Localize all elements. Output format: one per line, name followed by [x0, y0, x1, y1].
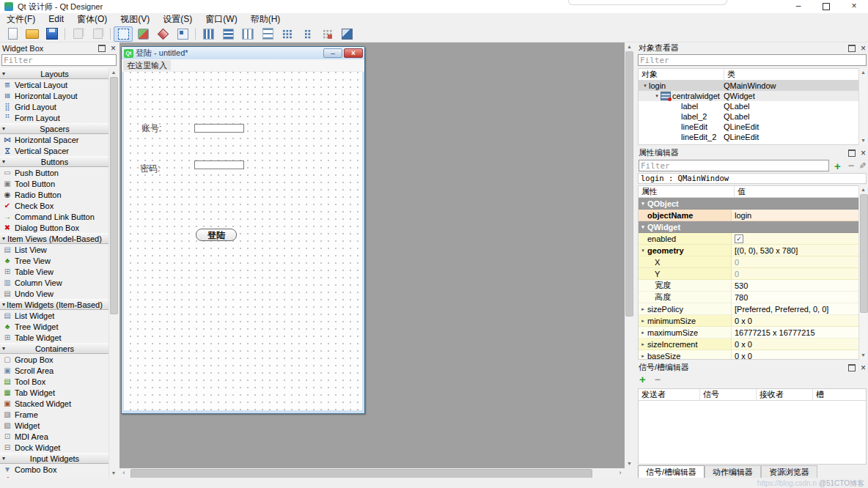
configure-icon[interactable]: ✎: [857, 162, 867, 169]
account-line-edit[interactable]: [194, 124, 244, 133]
widget-box-item-dialog-button-box[interactable]: ✖ Dialog Button Box: [0, 222, 109, 233]
widget-box-item-table-widget[interactable]: ⊞ Table Widget: [0, 332, 109, 343]
widget-box-item-column-view[interactable]: ▥ Column View: [0, 277, 109, 288]
widget-box-item-horizontal-spacer[interactable]: ⋈ Horizontal Spacer: [0, 134, 109, 145]
widget-box-item-widget[interactable]: ▧ Widget: [0, 420, 109, 431]
scroll-down-icon[interactable]: ▼: [859, 136, 867, 145]
property-row-x[interactable]: X 0: [639, 256, 858, 268]
widget-box-category-containers[interactable]: ▾ Containers: [0, 343, 109, 354]
widget-box-item-list-view[interactable]: ▤ List View: [0, 244, 109, 255]
menu-item[interactable]: 设置(S): [156, 13, 199, 26]
mdi-horizontal-scrollbar[interactable]: ‹ ›: [119, 468, 625, 478]
widget-box-item-stacked-widget[interactable]: ▣ Stacked Widget: [0, 398, 109, 409]
column-header[interactable]: 发送者: [639, 389, 700, 400]
close-panel-icon[interactable]: ×: [861, 364, 866, 371]
widget-box-item-tool-box[interactable]: ▤ Tool Box: [0, 376, 109, 387]
property-row-objectname[interactable]: objectName login: [639, 210, 858, 221]
tab-action-editor[interactable]: 动作编辑器: [705, 465, 761, 478]
widget-box-filter-input[interactable]: [1, 54, 117, 66]
scroll-up-icon[interactable]: ▲: [859, 68, 867, 77]
close-button[interactable]: ×: [840, 0, 868, 13]
widget-box-item-table-view[interactable]: ⊞ Table View: [0, 266, 109, 277]
widget-box-item-tree-view[interactable]: ♣ Tree View: [0, 255, 109, 266]
layout-horizontally-button[interactable]: [199, 26, 218, 42]
remove-dynamic-property-icon[interactable]: −: [848, 160, 854, 171]
close-panel-icon[interactable]: ×: [861, 149, 866, 157]
scroll-left-icon[interactable]: ‹: [119, 468, 128, 478]
form-menu-placeholder[interactable]: 在这里输入: [123, 60, 171, 70]
widget-box-scrollbar[interactable]: ▲ ▼: [108, 68, 118, 478]
widget-box-item-dock-widget[interactable]: ⊟ Dock Widget: [0, 442, 109, 453]
edit-signals-slots-button[interactable]: [133, 26, 152, 42]
password-line-edit[interactable]: [194, 160, 244, 169]
object-row-label[interactable]: label QLabel: [639, 101, 858, 111]
scroll-down-icon[interactable]: ▼: [859, 351, 867, 360]
float-panel-icon[interactable]: [98, 45, 106, 52]
layout-vertically-button[interactable]: [218, 26, 238, 42]
close-panel-icon[interactable]: ×: [861, 45, 866, 52]
scroll-right-icon[interactable]: ›: [616, 468, 625, 478]
layout-vertical-splitter-button[interactable]: [258, 26, 277, 42]
widget-box-category-buttons[interactable]: ▾ Buttons: [0, 156, 109, 167]
tab-signal-slot-editor[interactable]: 信号/槽编辑器: [638, 465, 705, 478]
layout-grid-button[interactable]: [278, 26, 297, 42]
widget-box-item-undo-view[interactable]: ▤ Undo View: [0, 288, 109, 299]
object-row-label-2[interactable]: label_2 QLabel: [639, 111, 858, 122]
copy-button[interactable]: [68, 26, 87, 42]
scrollbar-thumb[interactable]: [110, 77, 118, 314]
widget-box-item-check-box[interactable]: ✔ Check Box: [0, 200, 109, 211]
widget-box-item-vertical-spacer[interactable]: ⋈ Vertical Spacer: [0, 145, 109, 156]
scrollbar-thumb[interactable]: [625, 51, 633, 317]
property-group-qobject[interactable]: ▾ QObject: [639, 198, 858, 210]
widget-box-item-vertical-layout[interactable]: ≣ Vertical Layout: [0, 79, 109, 90]
column-header-object[interactable]: 对象: [639, 69, 724, 80]
remove-connection-icon[interactable]: −: [655, 374, 661, 385]
column-header-value[interactable]: 值: [735, 186, 746, 197]
form-window[interactable]: Qt 登陆 - untitled* – × 在这里输入 账号: 密码: 登陆: [121, 46, 365, 414]
menu-item[interactable]: 文件(F): [0, 13, 42, 26]
column-header[interactable]: 接收者: [757, 389, 813, 400]
close-panel-icon[interactable]: ×: [111, 45, 116, 52]
float-panel-icon[interactable]: [848, 45, 856, 52]
property-row-sizeincrement[interactable]: ▸ sizeIncrement 0 x 0: [639, 339, 858, 350]
scroll-up-icon[interactable]: ▲: [109, 68, 118, 77]
widget-box-item-radio-button[interactable]: ◉ Radio Button: [0, 189, 109, 200]
widget-box-item-command-link-button[interactable]: → Command Link Button: [0, 211, 109, 222]
password-label[interactable]: 密码:: [140, 163, 160, 175]
account-label[interactable]: 账号:: [141, 122, 161, 135]
property-editor-scrollbar[interactable]: ▲ ▼: [858, 185, 867, 360]
property-row-y[interactable]: Y 0: [639, 268, 858, 280]
column-header[interactable]: 槽: [813, 389, 866, 400]
object-inspector-scrollbar[interactable]: ▲ ▼: [858, 68, 867, 145]
login-button[interactable]: 登陆: [196, 229, 237, 241]
widget-box-category-item-views[interactable]: ▾ Item Views (Model-Based): [0, 233, 109, 244]
object-row-lineedit-2[interactable]: lineEdit_2 QLineEdit: [639, 132, 858, 142]
column-header-class[interactable]: 类: [724, 69, 735, 80]
widget-box-item-horizontal-layout[interactable]: ≣ Horizontal Layout: [0, 90, 109, 101]
form-canvas[interactable]: 账号: 密码: 登陆: [124, 72, 362, 410]
layout-form-button[interactable]: [298, 26, 317, 42]
menu-item[interactable]: 帮助(H): [244, 13, 287, 26]
column-header[interactable]: 信号: [700, 389, 757, 400]
object-row-lineedit[interactable]: lineEdit QLineEdit: [639, 122, 858, 132]
widget-box-item-tool-button[interactable]: ▣ Tool Button: [0, 178, 109, 189]
scroll-down-icon[interactable]: ▼: [109, 469, 118, 478]
widget-box-item-group-box[interactable]: ▢ Group Box: [0, 354, 109, 365]
float-panel-icon[interactable]: [848, 364, 856, 371]
object-tree-column-headers[interactable]: 对象 类: [639, 69, 858, 81]
form-minimize-button[interactable]: –: [323, 48, 342, 58]
widget-box-item-frame[interactable]: ▨ Frame: [0, 409, 109, 420]
object-row-centralwidget[interactable]: ▾ centralwidget QWidget: [639, 91, 858, 101]
tab-resource-browser[interactable]: 资源浏览器: [761, 465, 817, 478]
widget-box-category-layouts[interactable]: ▾ Layouts: [0, 68, 109, 79]
menu-item[interactable]: Edit: [42, 13, 70, 26]
property-row-maximumsize[interactable]: ▸ maximumSize 16777215 x 16777215: [639, 327, 858, 339]
break-layout-button[interactable]: [317, 26, 336, 42]
open-form-button[interactable]: [23, 26, 42, 42]
widget-box-item-form-layout[interactable]: ⠛ Form Layout: [0, 112, 109, 123]
edit-tab-order-button[interactable]: [173, 26, 192, 42]
property-row-basesize[interactable]: ▸ baseSize 0 x 0: [639, 350, 858, 360]
column-header-property[interactable]: 属性: [639, 186, 735, 197]
new-form-button[interactable]: [3, 26, 22, 42]
add-connection-icon[interactable]: +: [639, 374, 646, 384]
